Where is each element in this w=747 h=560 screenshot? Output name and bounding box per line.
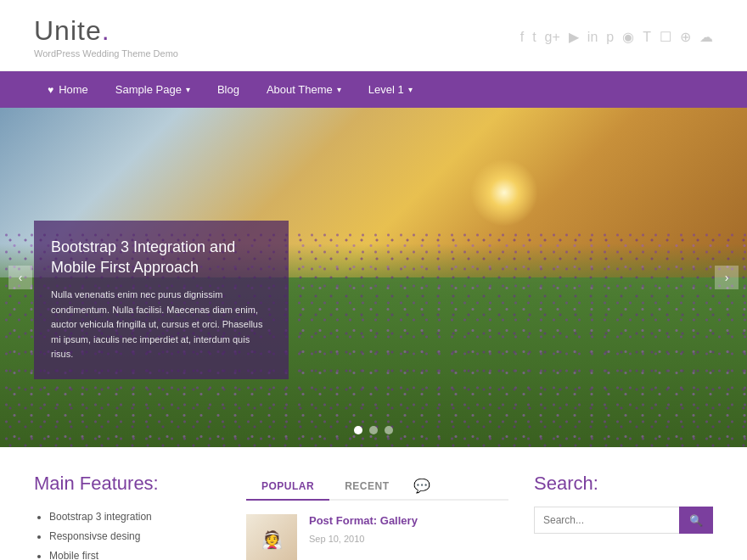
- blog-section: Popular Recent 💬 👰 Post Format: Gallery …: [246, 473, 508, 560]
- blog-tabs: Popular Recent 💬: [246, 473, 508, 501]
- content-area: Main Features: Bootstrap 3 integration R…: [0, 447, 747, 560]
- skype-icon[interactable]: ☁: [699, 29, 713, 45]
- instagram-icon[interactable]: ☐: [660, 29, 671, 45]
- nav-level1[interactable]: Level 1 ▾: [355, 71, 426, 108]
- search-title: Search:: [534, 473, 713, 495]
- nav-sample-page-label: Sample Page: [115, 83, 182, 96]
- nav-about-theme[interactable]: About Theme ▾: [253, 71, 355, 108]
- rss-icon[interactable]: ◉: [622, 29, 634, 45]
- camera-icon[interactable]: ⊕: [680, 29, 691, 45]
- slider-caption-title: Bootstrap 3 Integration and Mobile First…: [51, 238, 272, 277]
- main-features-list: Bootstrap 3 integration Responsivse desi…: [34, 510, 221, 560]
- list-item: Bootstrap 3 integration: [49, 510, 221, 524]
- slider-caption-text: Nulla venenatis enim nec purus dignissim…: [51, 288, 272, 362]
- post-thumbnail: 👰: [246, 514, 297, 560]
- search-form: 🔍: [534, 507, 713, 534]
- search-button[interactable]: 🔍: [679, 507, 713, 534]
- slider-dot-1[interactable]: [354, 426, 362, 434]
- heart-icon: ♥: [48, 84, 53, 96]
- search-section: Search: 🔍: [534, 473, 713, 560]
- slider-dot-3[interactable]: [385, 426, 393, 434]
- tab-recent[interactable]: Recent: [329, 473, 404, 499]
- hero-slider: ‹ › Bootstrap 3 Integration and Mobile F…: [0, 108, 747, 447]
- slider-caption: Bootstrap 3 Integration and Mobile First…: [34, 221, 289, 379]
- search-input[interactable]: [534, 507, 679, 534]
- site-header: Unite. WordPress Wedding Theme Demo f t …: [0, 0, 747, 71]
- main-navigation: ♥ Home Sample Page ▾ Blog About Theme ▾ …: [0, 71, 747, 108]
- tumblr-icon[interactable]: T: [643, 30, 651, 45]
- slider-dots: [354, 426, 393, 434]
- social-icons-bar: f t g+ ▶ in p ◉ T ☐ ⊕ ☁: [520, 29, 713, 45]
- main-features-title: Main Features:: [34, 473, 221, 495]
- nav-blog-label: Blog: [217, 83, 239, 96]
- slider-prev-button[interactable]: ‹: [8, 266, 32, 289]
- slider-dot-2[interactable]: [369, 426, 378, 434]
- post-title[interactable]: Post Format: Gallery: [309, 514, 418, 527]
- nav-home-label: Home: [59, 83, 88, 96]
- chevron-down-icon-3: ▾: [408, 85, 413, 94]
- facebook-icon[interactable]: f: [520, 30, 524, 45]
- googleplus-icon[interactable]: g+: [545, 30, 560, 45]
- search-icon: 🔍: [689, 514, 703, 527]
- slider-next-button[interactable]: ›: [715, 266, 739, 289]
- twitter-icon[interactable]: t: [532, 30, 536, 45]
- nav-blog[interactable]: Blog: [204, 71, 253, 108]
- chevron-down-icon: ▾: [186, 85, 190, 94]
- site-logo: Unite. WordPress Wedding Theme Demo: [34, 15, 178, 59]
- logo-tagline: WordPress Wedding Theme Demo: [34, 48, 178, 59]
- main-features-section: Main Features: Bootstrap 3 integration R…: [34, 473, 221, 560]
- comment-icon: 💬: [405, 473, 439, 499]
- sun-effect: [470, 159, 538, 227]
- tab-popular[interactable]: Popular: [246, 473, 329, 501]
- post-info: Post Format: Gallery Sep 10, 2010: [309, 514, 418, 546]
- youtube-icon[interactable]: ▶: [569, 29, 579, 45]
- nav-about-theme-label: About Theme: [267, 83, 333, 96]
- pinterest-icon[interactable]: p: [606, 30, 614, 45]
- nav-sample-page[interactable]: Sample Page ▾: [102, 71, 204, 108]
- chevron-down-icon-2: ▾: [337, 85, 341, 94]
- list-item: Responsivse desing: [49, 529, 221, 544]
- nav-level1-label: Level 1: [368, 83, 404, 96]
- logo-name: Unite.: [34, 15, 178, 47]
- nav-home[interactable]: ♥ Home: [34, 71, 102, 108]
- linkedin-icon[interactable]: in: [587, 30, 598, 45]
- list-item: Mobile first: [49, 549, 221, 560]
- post-date: Sep 10, 2010: [309, 534, 364, 544]
- blog-post: 👰 Post Format: Gallery Sep 10, 2010: [246, 514, 508, 560]
